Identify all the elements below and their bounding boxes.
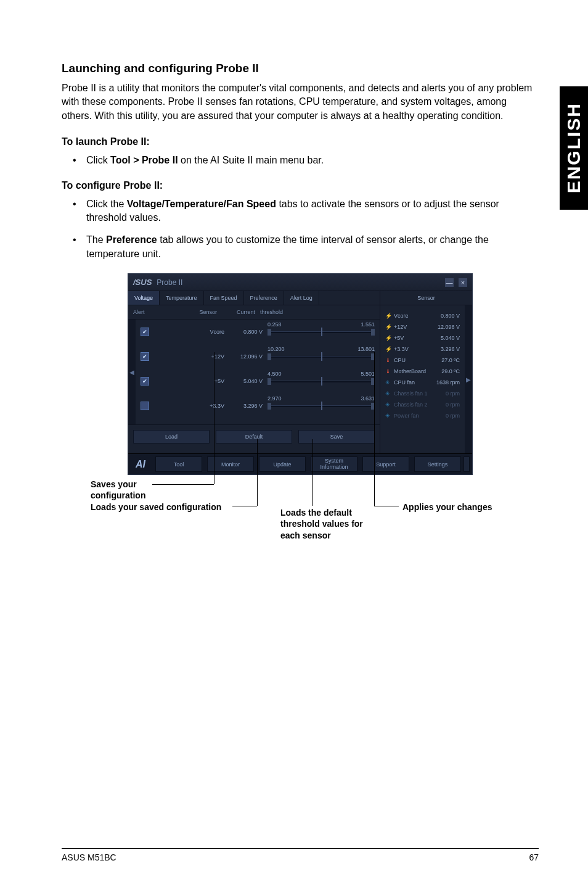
summary-row: ✳Chassis fan 20 rpm [385, 399, 460, 410]
titlebar: /SUS Probe II — × [128, 274, 472, 291]
footer-settings-button[interactable]: Settings [414, 456, 461, 472]
launch-item: Click Tool > Probe II on the AI Suite II… [62, 154, 539, 167]
sensor-current: 12.096 V [224, 353, 267, 360]
sensor-row: ✔+5V5.040 V4.5005.501 [141, 369, 375, 394]
threshold-slider[interactable]: 2.9703.631 [267, 398, 375, 414]
sensor-current: 0.800 V [224, 329, 267, 335]
section-heading: Launching and configuring Probe II [62, 62, 539, 75]
summary-value: 0 rpm [446, 402, 460, 408]
tab-temperature[interactable]: Temperature [160, 291, 204, 305]
tab-alertlog[interactable]: Alert Log [284, 291, 319, 305]
thermometer-icon: 🌡 [385, 368, 391, 374]
configure-item-1: Click the Voltage/Temperature/Fan Speed … [62, 197, 539, 225]
configure-heading: To configure Probe II: [62, 180, 539, 191]
footer-logo: AI [128, 454, 153, 474]
scroll-left-button[interactable]: ◀ [128, 320, 136, 424]
right-tab-sensor[interactable]: Sensor [380, 291, 472, 305]
minimize-button[interactable]: — [445, 278, 454, 287]
tabs-names: Voltage/Temperature/Fan Speed [127, 199, 276, 209]
col-sensor: Sensor [161, 309, 217, 315]
summary-name: Vcore [394, 313, 409, 319]
launch-heading: To launch Probe II: [62, 136, 539, 147]
tab-fanspeed[interactable]: Fan Speed [204, 291, 244, 305]
summary-row: ⚡Vcore0.800 V [385, 310, 460, 321]
summary-row: 🌡CPU27.0 ºC [385, 355, 460, 366]
fan-icon: ✳ [385, 390, 391, 397]
text: Click the [86, 199, 127, 209]
summary-name: Chassis fan 2 [394, 402, 428, 408]
summary-row: ⚡+12V12.096 V [385, 321, 460, 332]
text: Click [86, 155, 110, 165]
sensor-checkbox[interactable]: ✔ [141, 377, 149, 386]
summary-row: ✳CPU fan1638 rpm [385, 377, 460, 388]
footer-update-button[interactable]: Update [259, 456, 306, 472]
preference-tab-name: Preference [106, 234, 157, 245]
callout-loads-saved: Loads your saved configuration [91, 501, 234, 513]
tab-preference[interactable]: Preference [244, 291, 284, 305]
configure-item-2: The Preference tab allows you to customi… [62, 233, 539, 261]
col-alert: Alert [133, 309, 161, 315]
threshold-slider[interactable]: 10.20013.801 [267, 349, 375, 365]
sensor-name: +12V [169, 353, 224, 360]
save-button[interactable]: Save [298, 430, 375, 444]
default-button[interactable]: Default [216, 430, 292, 444]
fan-icon: ✳ [385, 379, 391, 386]
fan-icon: ✳ [385, 413, 391, 419]
sensor-checkbox[interactable]: ✔ [141, 352, 149, 361]
close-button[interactable]: × [459, 278, 467, 287]
summary-name: +3.3V [394, 346, 409, 352]
load-button[interactable]: Load [133, 430, 210, 444]
threshold-slider[interactable]: 4.5005.501 [267, 373, 375, 389]
tab-voltage[interactable]: Voltage [128, 291, 160, 305]
sensor-name: Vcore [169, 329, 224, 335]
summary-name: +5V [394, 335, 404, 341]
scroll-right-button[interactable]: ▶ [465, 305, 472, 453]
summary-value: 0 rpm [446, 413, 460, 419]
summary-name: Chassis fan 1 [394, 390, 428, 397]
col-current: Current [217, 309, 260, 315]
brand-logo: /SUS [133, 278, 152, 287]
probe-window: /SUS Probe II — × Voltage Temperature Fa… [128, 273, 473, 475]
sensor-checkbox[interactable] [141, 402, 149, 410]
summary-name: Power fan [394, 413, 419, 419]
summary-value: 5.040 V [441, 335, 460, 341]
summary-name: CPU [394, 357, 406, 363]
summary-row: ✳Chassis fan 10 rpm [385, 388, 460, 399]
footer-page-number: 67 [529, 852, 539, 862]
footer-support-button[interactable]: Support [362, 456, 409, 472]
sensor-name: +5V [169, 378, 224, 384]
summary-row: ⚡+5V5.040 V [385, 332, 460, 344]
summary-value: 1638 rpm [436, 379, 460, 386]
sensor-current: 5.040 V [224, 378, 267, 384]
summary-value: 29.0 ºC [441, 368, 460, 374]
text: The [86, 234, 106, 245]
fan-icon: ✳ [385, 402, 391, 408]
summary-value: 27.0 ºC [441, 357, 460, 363]
bolt-icon: ⚡ [385, 313, 391, 319]
language-label: ENGLISH [563, 102, 584, 193]
thermometer-icon: 🌡 [385, 357, 391, 363]
footer-system-button[interactable]: System Information [311, 456, 357, 472]
sensor-row: ✔Vcore0.800 V0.2581.551 [141, 320, 375, 344]
col-threshold: threshold [260, 309, 375, 315]
language-side-tab: ENGLISH [560, 86, 588, 210]
bolt-icon: ⚡ [385, 324, 391, 330]
callout-loads-default: Loads the default threshold values for e… [280, 507, 379, 541]
footer-tool-button[interactable]: Tool [155, 456, 202, 472]
footer-end [463, 456, 470, 472]
sensor-name: +3.3V [169, 403, 224, 409]
sensor-row: +3.3V3.296 V2.9703.631 [141, 394, 375, 418]
summary-row: 🌡MotherBoard29.0 ºC [385, 366, 460, 377]
summary-name: MotherBoard [394, 368, 426, 374]
menu-path: Tool > Probe II [110, 155, 178, 165]
footer-product: ASUS M51BC [62, 852, 116, 862]
callout-saves: Saves your configuration [91, 479, 158, 501]
summary-name: CPU fan [394, 379, 415, 386]
summary-value: 12.096 V [438, 324, 460, 330]
summary-value: 3.296 V [441, 346, 460, 352]
sensor-current: 3.296 V [224, 403, 267, 409]
summary-row: ✳Power fan0 rpm [385, 410, 460, 421]
summary-value: 0 rpm [446, 390, 460, 397]
sensor-checkbox[interactable]: ✔ [141, 328, 149, 336]
threshold-slider[interactable]: 0.2581.551 [267, 324, 375, 340]
